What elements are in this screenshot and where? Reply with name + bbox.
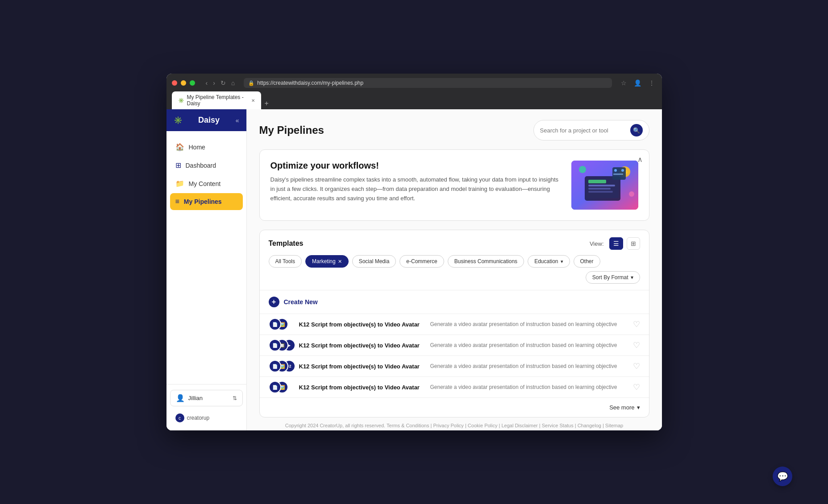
templates-list: + Create New 📄 🖼️ K12 — [260, 290, 649, 417]
new-tab-btn[interactable]: + — [261, 98, 272, 109]
filter-marketing-label: Marketing — [312, 258, 336, 264]
template-name-t2: K12 Script from objective(s) to Video Av… — [299, 342, 424, 349]
template-icon-0: 📄 — [269, 318, 281, 330]
filter-tags: All Tools Marketing ✕ Social Media e-Com… — [260, 255, 649, 290]
search-input[interactable] — [540, 127, 627, 134]
filter-ecommerce-label: e-Commerce — [406, 258, 437, 264]
footer-changelog[interactable]: Changelog — [578, 423, 601, 428]
sort-by-format-btn[interactable]: Sort By Format ▾ — [586, 271, 640, 284]
main-content: My Pipelines 🔍 Optimize your workflows! … — [247, 109, 662, 430]
logo-text: Daisy — [198, 116, 220, 125]
template-icon-0: 📄 — [269, 339, 281, 351]
user-caret-icon: ⇅ — [233, 395, 237, 401]
view-label: View: — [590, 240, 604, 247]
templates-title: Templates — [269, 240, 304, 248]
create-new-label: Create New — [284, 298, 318, 306]
page-header: My Pipelines 🔍 — [259, 120, 649, 140]
sidebar-logo: ✳️ Daisy « — [166, 109, 246, 131]
refresh-btn[interactable]: ↻ — [219, 78, 228, 87]
filter-education-label: Education — [534, 258, 558, 264]
filter-business-comm-label: Business Communications — [454, 258, 517, 264]
template-fav-t2[interactable]: ♡ — [633, 340, 640, 350]
template-row[interactable]: 📄 🖼️ K12 Script from objective(s) to Vid… — [260, 377, 649, 398]
filter-marketing[interactable]: Marketing ✕ — [305, 255, 349, 268]
filter-all-tools-label: All Tools — [275, 258, 295, 264]
templates-header: Templates View: ☰ ⊞ — [260, 230, 649, 255]
grid-view-btn[interactable]: ⊞ — [627, 237, 640, 250]
education-dropdown-icon: ▾ — [561, 259, 563, 264]
address-bar[interactable]: 🔒 https://createwithdaisy.com/my-pipelin… — [244, 78, 612, 88]
template-desc-t1: Generate a video avatar presentation of … — [430, 321, 627, 327]
active-tab[interactable]: ✳️ My Pipeline Templates - Daisy ✕ — [172, 91, 261, 109]
sidebar-item-my-pipelines-label: My Pipelines — [184, 198, 222, 205]
forward-btn[interactable]: › — [211, 78, 217, 87]
footer-sitemap[interactable]: Sitemap — [605, 423, 623, 428]
filter-other[interactable]: Other — [574, 255, 600, 268]
svg-point-9 — [579, 166, 586, 173]
app-footer: Copyright 2024 CreatorUp, all rights res… — [259, 417, 649, 430]
home-icon: 🏠 — [175, 143, 184, 151]
creatorup-logo: c creatorup — [170, 411, 243, 425]
banner-image: ⚡ — [571, 161, 638, 210]
footer-service[interactable]: Service Status — [542, 423, 574, 428]
template-icon-0: 📄 — [269, 381, 281, 393]
menu-btn[interactable]: ⋮ — [647, 78, 657, 87]
filter-social-media-label: Social Media — [359, 258, 390, 264]
search-button[interactable]: 🔍 — [630, 124, 643, 136]
filter-education[interactable]: Education ▾ — [528, 255, 570, 268]
url-text: https://createwithdaisy.com/my-pipelines… — [257, 80, 363, 86]
filter-business-comm[interactable]: Business Communications — [448, 255, 524, 268]
template-row[interactable]: 📄 🔲 ▶ K12 Script from objective(s) to Vi… — [260, 335, 649, 356]
user-name: Jillian — [188, 395, 229, 401]
template-row[interactable]: 📄 🖼️ +2 K12 Script from objective(s) to … — [260, 356, 649, 377]
footer-legal[interactable]: Legal Disclaimer — [501, 423, 537, 428]
sidebar-item-my-pipelines[interactable]: ≡ My Pipelines — [170, 193, 243, 210]
sidebar-item-my-content[interactable]: 📁 My Content — [170, 175, 243, 192]
chat-fab[interactable]: 💬 — [773, 467, 792, 486]
tl-maximize[interactable] — [190, 80, 195, 86]
template-desc-t3: Generate a video avatar presentation of … — [430, 363, 627, 369]
banner-collapse-btn[interactable]: ∧ — [637, 155, 643, 164]
sidebar-item-dashboard-label: Dashboard — [186, 162, 216, 169]
list-view-btn[interactable]: ☰ — [609, 237, 623, 250]
template-name-t3: K12 Script from objective(s) to Video Av… — [299, 363, 424, 370]
banner-title: Optimize your workflows! — [270, 161, 562, 171]
footer-terms[interactable]: Terms & Conditions — [387, 423, 429, 428]
back-btn[interactable]: ‹ — [204, 78, 210, 87]
sidebar-collapse-btn[interactable]: « — [236, 117, 239, 124]
filter-all-tools[interactable]: All Tools — [269, 255, 302, 268]
sidebar-item-dashboard[interactable]: ⊞ Dashboard — [170, 157, 243, 174]
home-nav-btn[interactable]: ⌂ — [229, 78, 237, 87]
see-more-row[interactable]: See more ▾ — [260, 398, 649, 417]
banner-description: Daisy's pipelines streamline complex tas… — [270, 175, 562, 203]
svg-point-10 — [629, 191, 634, 197]
bookmark-btn[interactable]: ☆ — [619, 78, 628, 87]
see-more-icon: ▾ — [637, 404, 640, 411]
template-fav-t3[interactable]: ♡ — [633, 361, 640, 371]
filter-marketing-close[interactable]: ✕ — [338, 259, 342, 264]
user-profile[interactable]: 👤 Jillian ⇅ — [170, 390, 243, 406]
profile-btn[interactable]: 👤 — [632, 78, 643, 87]
filter-social-media[interactable]: Social Media — [352, 255, 396, 268]
sidebar-item-home[interactable]: 🏠 Home — [170, 138, 243, 156]
chat-icon: 💬 — [777, 471, 788, 482]
filter-ecommerce[interactable]: e-Commerce — [399, 255, 444, 268]
tl-close[interactable] — [172, 80, 177, 86]
template-row[interactable]: 📄 🖼️ K12 Script from objective(s) to Vid… — [260, 314, 649, 335]
filter-other-label: Other — [580, 258, 594, 264]
tab-close-btn[interactable]: ✕ — [251, 98, 255, 103]
footer-privacy[interactable]: Privacy Policy — [433, 423, 463, 428]
template-fav-t1[interactable]: ♡ — [633, 319, 640, 329]
sidebar-item-my-content-label: My Content — [189, 180, 221, 187]
sidebar: ✳️ Daisy « 🏠 Home ⊞ Dashboard 📁 My Conte… — [166, 109, 247, 430]
footer-copyright: Copyright 2024 CreatorUp, all rights res… — [285, 423, 385, 428]
tl-minimize[interactable] — [181, 80, 186, 86]
create-new-row[interactable]: + Create New — [260, 290, 649, 314]
footer-cookie[interactable]: Cookie Policy — [468, 423, 498, 428]
search-icon: 🔍 — [633, 127, 640, 134]
page-title: My Pipelines — [259, 124, 324, 136]
tab-title: My Pipeline Templates - Daisy — [187, 94, 247, 107]
template-desc-t4: Generate a video avatar presentation of … — [430, 384, 627, 390]
template-fav-t4[interactable]: ♡ — [633, 382, 640, 392]
dashboard-icon: ⊞ — [175, 161, 181, 169]
